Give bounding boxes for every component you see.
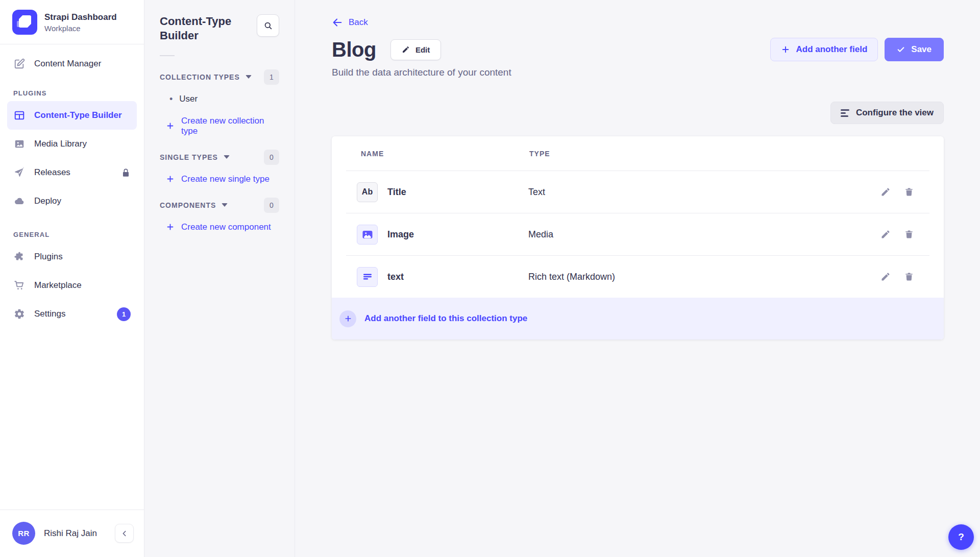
- create-new-collection-type-link[interactable]: Create new collection type: [166, 116, 279, 136]
- configure-label: Configure the view: [856, 108, 934, 118]
- add-field-row-button[interactable]: Add another field to this collection typ…: [332, 298, 944, 340]
- trash-icon: [904, 229, 914, 239]
- content-type-builder-panel: Content-Type Builder COLLECTION TYPES 1 …: [144, 0, 295, 557]
- sidebar-item-label: Settings: [34, 309, 65, 319]
- question-mark-icon: ?: [958, 531, 964, 543]
- media-field-icon: [357, 225, 378, 245]
- sidebar-item-media-library[interactable]: Media Library: [7, 130, 137, 158]
- sidebar-item-releases[interactable]: Releases: [7, 158, 137, 187]
- edit-field-button[interactable]: [880, 229, 891, 239]
- create-link-label: Create new collection type: [181, 116, 279, 136]
- plus-icon: [166, 122, 175, 130]
- delete-field-button[interactable]: [904, 229, 914, 239]
- collection-types-count: 1: [264, 69, 279, 85]
- trash-icon: [904, 187, 914, 197]
- pencil-icon: [880, 187, 891, 197]
- collection-type-label: User: [179, 94, 198, 104]
- bullet-icon: •: [169, 94, 173, 105]
- create-new-single-type-link[interactable]: Create new single type: [166, 174, 279, 184]
- arrow-left-icon: [332, 17, 343, 28]
- help-button[interactable]: ?: [948, 524, 974, 550]
- panel-title: Content-Type Builder: [160, 14, 241, 43]
- sidebar-item-label: Content Manager: [34, 59, 101, 69]
- search-icon: [263, 21, 273, 31]
- trash-icon: [904, 272, 914, 282]
- sidebar-item-deploy[interactable]: Deploy: [7, 187, 137, 215]
- field-type: Text: [528, 187, 880, 198]
- sidebar-item-label: Deploy: [34, 196, 61, 206]
- pencil-icon: [402, 45, 410, 54]
- edit-field-button[interactable]: [880, 187, 891, 197]
- puzzle-icon: [13, 251, 26, 263]
- column-header-name: NAME: [361, 150, 529, 158]
- main-content: Back Blog Edit Add another field Save Bu…: [295, 0, 980, 557]
- avatar: RR: [12, 522, 35, 545]
- group-label: SINGLE TYPES: [160, 153, 218, 161]
- plus-icon: [166, 175, 175, 183]
- cloud-icon: [13, 195, 26, 207]
- configure-view-button[interactable]: Configure the view: [830, 102, 944, 124]
- fields-table: NAME TYPE Ab Title Text Image Media: [332, 136, 944, 340]
- sidebar-item-label: Content-Type Builder: [34, 110, 122, 120]
- user-profile: RR Rishi Raj Jain: [0, 510, 144, 557]
- shopping-cart-icon: [13, 279, 26, 292]
- user-name: Rishi Raj Jain: [44, 528, 106, 539]
- picture-icon: [13, 138, 26, 150]
- save-button[interactable]: Save: [885, 38, 944, 61]
- sidebar-section-general: GENERAL: [13, 231, 131, 238]
- delete-field-button[interactable]: [904, 187, 914, 197]
- field-name: Title: [387, 187, 528, 198]
- richtext-field-icon: [357, 267, 378, 287]
- column-header-type: TYPE: [529, 150, 550, 158]
- collection-type-user[interactable]: • User: [160, 85, 279, 107]
- check-icon: [897, 45, 905, 54]
- edit-button[interactable]: Edit: [390, 39, 441, 60]
- sidebar-item-plugins[interactable]: Plugins: [7, 243, 137, 271]
- list-lines-icon: [841, 109, 849, 117]
- plus-icon: [166, 223, 175, 231]
- back-label: Back: [349, 17, 368, 28]
- components-toggle[interactable]: COMPONENTS 0: [160, 198, 279, 213]
- sidebar-item-label: Releases: [34, 167, 70, 178]
- field-type: Rich text (Markdown): [528, 272, 880, 282]
- pen-feather-icon: [13, 58, 26, 70]
- sidebar-item-label: Media Library: [34, 139, 87, 149]
- create-link-label: Create new single type: [181, 174, 270, 184]
- sidebar-item-label: Plugins: [34, 252, 63, 262]
- workspace-switcher[interactable]: Strapi Dashboard Workplace: [0, 0, 144, 44]
- paper-plane-icon: [13, 166, 26, 179]
- back-link[interactable]: Back: [332, 17, 368, 28]
- workspace-name: Workplace: [44, 24, 117, 33]
- field-name: Image: [387, 229, 528, 240]
- collapse-sidebar-button[interactable]: [115, 524, 134, 543]
- chevron-down-icon: [222, 203, 228, 207]
- table-row-title: Ab Title Text: [332, 171, 944, 213]
- plus-circle-icon: [339, 310, 356, 327]
- collection-types-toggle[interactable]: COLLECTION TYPES 1: [160, 69, 279, 85]
- gear-icon: [13, 308, 26, 320]
- create-new-component-link[interactable]: Create new component: [166, 222, 279, 232]
- lock-icon: [121, 168, 131, 178]
- search-button[interactable]: [257, 14, 279, 37]
- page-subtitle: Build the data architecture of your cont…: [332, 67, 944, 78]
- add-field-label: Add another field: [796, 44, 868, 55]
- settings-notification-badge: 1: [117, 307, 131, 321]
- field-name: text: [387, 272, 528, 282]
- sidebar-item-content-manager[interactable]: Content Manager: [7, 50, 137, 78]
- chevron-left-icon: [120, 529, 129, 538]
- edit-field-button[interactable]: [880, 272, 891, 282]
- create-link-label: Create new component: [181, 222, 271, 232]
- chevron-down-icon: [224, 155, 230, 159]
- sidebar-item-content-type-builder[interactable]: Content-Type Builder: [7, 101, 137, 130]
- delete-field-button[interactable]: [904, 272, 914, 282]
- sidebar-item-settings[interactable]: Settings 1: [7, 300, 137, 328]
- single-types-toggle[interactable]: SINGLE TYPES 0: [160, 150, 279, 165]
- group-label: COLLECTION TYPES: [160, 73, 240, 81]
- app-sidebar: Strapi Dashboard Workplace Content Manag…: [0, 0, 144, 557]
- sidebar-item-marketplace[interactable]: Marketplace: [7, 271, 137, 300]
- table-row-image: Image Media: [332, 213, 944, 255]
- single-types-count: 0: [264, 150, 279, 165]
- add-another-field-button[interactable]: Add another field: [770, 38, 878, 61]
- add-field-row-label: Add another field to this collection typ…: [364, 313, 527, 324]
- sidebar-item-label: Marketplace: [34, 280, 82, 290]
